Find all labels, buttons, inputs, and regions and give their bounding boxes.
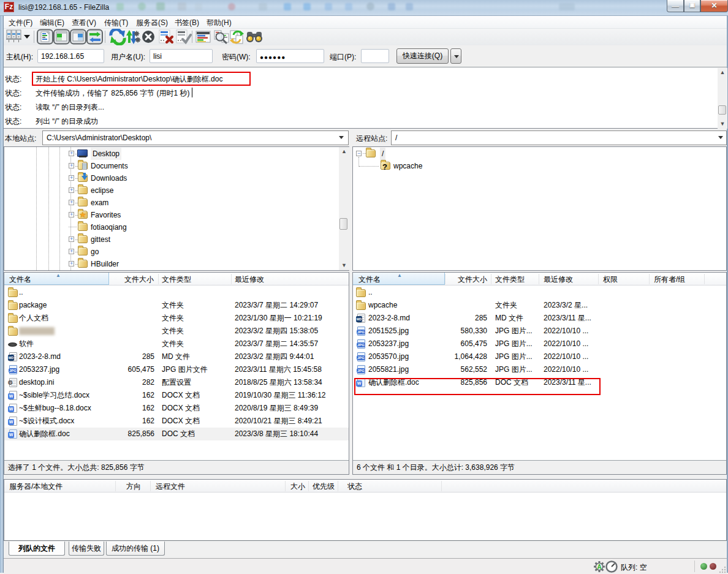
svg-text:A: A [597, 564, 601, 570]
